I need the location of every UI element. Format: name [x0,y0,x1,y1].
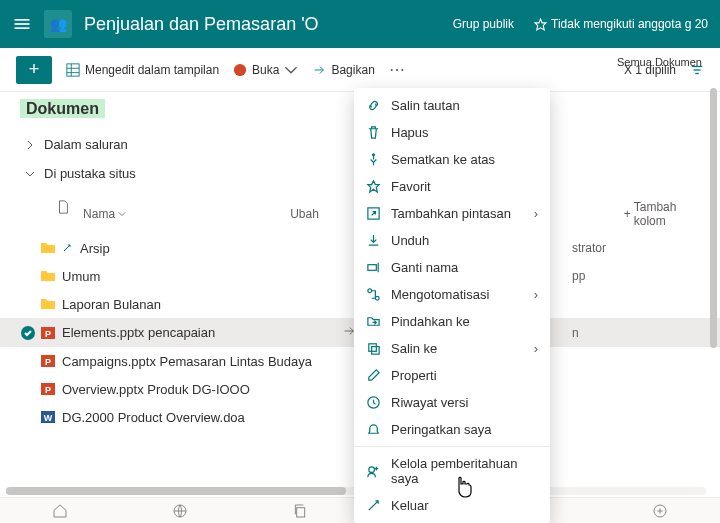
exit-icon [366,498,381,513]
app-launcher-icon[interactable] [12,14,32,34]
svg-text:P: P [45,357,51,367]
svg-text:W: W [44,413,53,423]
svg-rect-28 [369,344,377,352]
ctx-rename[interactable]: Ganti nama [354,254,550,281]
chevron-right-icon [24,139,36,151]
add-column[interactable]: + Tambah kolom [624,200,700,228]
svg-rect-0 [15,19,30,21]
share-icon [312,63,326,77]
ctx-download[interactable]: Unduh [354,227,550,254]
manage-icon [366,464,381,479]
edit-grid-button[interactable]: Mengedit dalam tampilan [66,63,219,77]
file-type-icon: W [40,409,62,425]
ctx-moveto[interactable]: Pindahkan ke [354,308,550,335]
col-type-icon[interactable] [56,200,75,228]
file-name[interactable]: Campaigns.pptx Pemasaran Lintas Budaya [62,354,342,369]
ctx-trash[interactable]: Hapus [354,119,550,146]
chevron-down-icon [284,63,298,77]
history-icon [366,395,381,410]
moveto-icon [366,314,381,329]
command-bar: + Mengedit dalam tampilan Buka Bagikan ⋯… [0,48,720,92]
file-name[interactable]: Elements.pptx pencapaian [62,325,342,340]
grid-icon [66,63,80,77]
context-menu: Salin tautanHapusSematkan ke atasFavorit… [354,88,550,523]
follow-link[interactable]: Tidak mengikuti anggota g 20 [534,17,708,31]
rename-icon [366,260,381,275]
group-visibility: Grup publik [453,17,514,31]
svg-point-31 [369,466,375,472]
ctx-copyto[interactable]: Salin ke› [354,335,550,362]
vertical-scrollbar[interactable] [708,48,718,485]
pin-icon [366,152,381,167]
link-icon [366,98,381,113]
col-modified[interactable]: Ubah [290,200,351,228]
file-name[interactable]: Umum [62,269,342,284]
file-icon [56,200,70,214]
svg-rect-34 [297,507,305,516]
file-type-icon: P [40,325,62,341]
file-name[interactable]: Laporan Bulanan [62,297,342,312]
props-icon [366,368,381,383]
ctx-history[interactable]: Riwayat versi [354,389,550,416]
star-icon [534,18,547,31]
svg-text:P: P [45,385,51,395]
powerpoint-icon [233,63,247,77]
copy-icon[interactable] [292,503,308,519]
flow-icon [366,287,381,302]
svg-rect-2 [15,27,30,29]
home-icon[interactable] [52,503,68,519]
more-actions-button[interactable]: ⋯ [389,60,405,79]
ctx-flow[interactable]: Mengotomatisasi› [354,281,550,308]
chevron-right-icon: › [534,287,538,302]
file-type-icon: P [40,381,62,397]
view-selector[interactable]: Semua Dokumen [617,56,702,68]
file-modifiedby: strator [572,241,606,255]
ctx-props[interactable]: Properti [354,362,550,389]
ctx-manage[interactable]: Kelola pemberitahuan saya [354,450,550,492]
trash-icon [366,125,381,140]
svg-marker-22 [368,181,379,192]
svg-rect-29 [372,347,380,355]
open-button[interactable]: Buka [233,63,298,77]
ctx-link[interactable]: Salin tautan [354,92,550,119]
file-name[interactable]: Arsip [62,241,342,256]
star-icon [366,179,381,194]
globe-icon[interactable] [172,503,188,519]
svg-point-26 [368,289,372,293]
chevron-down-icon [24,168,36,180]
share-button[interactable]: Bagikan [312,63,374,77]
chevron-right-icon: › [534,341,538,356]
site-title: Penjualan dan Pemasaran 'O [84,14,441,35]
svg-marker-3 [535,19,546,30]
file-name[interactable]: Overview.pptx Produk DG-IOOO [62,382,342,397]
copyto-icon [366,341,381,356]
new-button[interactable]: + [16,56,52,84]
ctx-star[interactable]: Favorit [354,173,550,200]
file-type-icon [40,268,62,284]
ctx-shortcut[interactable]: Tambahkan pintasan› [354,200,550,227]
download-icon [366,233,381,248]
file-name[interactable]: DG.2000 Product Overview.doa [62,410,342,425]
suite-header: 👥 Penjualan dan Pemasaran 'O Grup publik… [0,0,720,48]
svg-rect-24 [368,265,376,271]
file-type-icon [40,240,62,256]
chevron-down-icon [118,210,126,218]
alert-icon [366,422,381,437]
file-type-icon [40,296,62,312]
check-icon [20,325,36,341]
pin-icon [62,243,72,253]
svg-text:P: P [45,329,51,339]
ctx-exit[interactable]: Keluar [354,492,550,519]
file-modifiedby: pp [572,269,585,283]
shortcut-icon [366,206,381,221]
svg-rect-4 [67,63,79,75]
add-icon[interactable] [652,503,668,519]
file-modifiedby: n [572,326,579,340]
svg-rect-1 [15,23,30,25]
svg-point-8 [234,63,246,75]
ctx-pin[interactable]: Sematkan ke atas [354,146,550,173]
file-type-icon: P [40,353,62,369]
chevron-right-icon: › [534,206,538,221]
col-name[interactable]: Nama [83,200,282,228]
ctx-alert[interactable]: Peringatkan saya [354,416,550,443]
